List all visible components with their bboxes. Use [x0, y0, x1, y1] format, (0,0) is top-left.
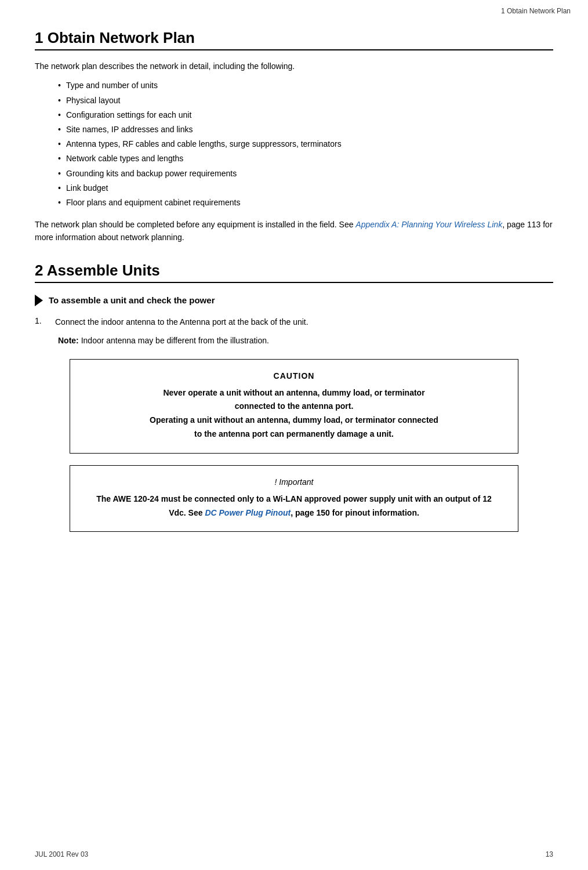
section2-title: 2 Assemble Units — [35, 262, 553, 280]
appendix-link[interactable]: Appendix A: Planning Your Wireless Link — [355, 220, 502, 229]
list-item: Network cable types and lengths — [58, 151, 553, 166]
section2-underline — [35, 282, 553, 283]
section1-intro: The network plan describes the network i… — [35, 60, 553, 72]
caution-title: CAUTION — [88, 371, 500, 380]
footer: JUL 2001 Rev 03 13 — [35, 850, 553, 858]
list-item: Physical layout — [58, 93, 553, 108]
important-box: ! Important The AWE 120-24 must be conne… — [70, 465, 518, 532]
footer-right: 13 — [546, 850, 553, 858]
list-item: Type and number of units — [58, 78, 553, 93]
section1-title: 1 Obtain Network Plan — [35, 29, 553, 47]
list-item: Grounding kits and backup power requirem… — [58, 166, 553, 181]
list-item: Floor plans and equipment cabinet requir… — [58, 195, 553, 210]
procedure-header-text: To assemble a unit and check the power — [49, 295, 215, 305]
step-number: 1. — [35, 316, 55, 328]
section1-bullet-list: Type and number of units Physical layout… — [58, 78, 553, 210]
caution-box: CAUTION Never operate a unit without an … — [70, 359, 518, 454]
network-plan-note: The network plan should be completed bef… — [35, 218, 553, 244]
list-item: Site names, IP addresses and links — [58, 122, 553, 137]
footer-left: JUL 2001 Rev 03 — [35, 850, 88, 858]
note-label: Note: — [58, 336, 79, 345]
important-title: ! Important — [88, 477, 500, 487]
header-section-ref: 1 Obtain Network Plan — [501, 7, 571, 15]
list-item: Antenna types, RF cables and cable lengt… — [58, 137, 553, 151]
procedure-arrow-icon — [35, 295, 43, 306]
dc-power-link[interactable]: DC Power Plug Pinout — [205, 508, 291, 517]
caution-text: Never operate a unit without an antenna,… — [88, 386, 500, 441]
note-text: Note: Indoor antenna may be different fr… — [58, 334, 553, 347]
list-item: Configuration settings for each unit — [58, 108, 553, 122]
section1-underline — [35, 49, 553, 50]
step-1-row: 1. Connect the indoor antenna to the Ant… — [35, 316, 553, 328]
step-text: Connect the indoor antenna to the Antenn… — [55, 316, 553, 328]
procedure-header: To assemble a unit and check the power — [35, 295, 553, 306]
important-text: The AWE 120-24 must be connected only to… — [88, 492, 500, 520]
list-item: Link budget — [58, 181, 553, 195]
